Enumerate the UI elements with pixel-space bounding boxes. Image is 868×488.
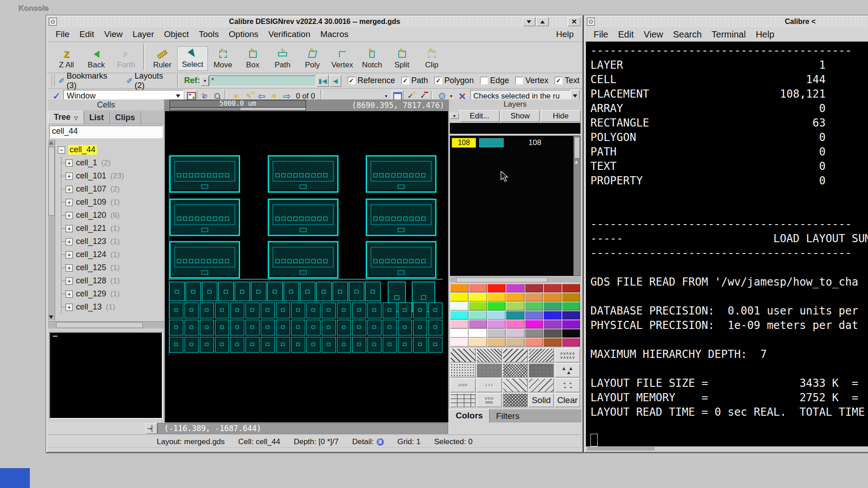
tree-root-row[interactable]: −cell_44 [58, 143, 164, 156]
color-swatch[interactable] [525, 338, 543, 347]
color-swatch[interactable] [469, 284, 487, 292]
color-swatch[interactable] [487, 284, 505, 292]
expand-icon[interactable]: + [66, 186, 73, 193]
prev-match-button[interactable]: ◀ [330, 75, 341, 87]
menu-options[interactable]: Options [224, 28, 263, 40]
color-swatch[interactable] [525, 329, 543, 338]
color-swatch[interactable] [487, 329, 505, 338]
expand-icon[interactable]: + [66, 264, 73, 272]
tree-row[interactable]: +cell_125(1) [61, 261, 164, 274]
split-tool-button[interactable]: ✎Split [387, 47, 417, 71]
select-tool-button[interactable]: Select [177, 47, 208, 71]
cell-tree[interactable]: −cell_44+cell_1(2)+cell_101(23)+cell_107… [48, 140, 164, 320]
terminal-menu-file[interactable]: File [589, 28, 613, 41]
layer-row[interactable]: 108 108 [452, 137, 573, 149]
color-swatch[interactable] [469, 338, 487, 347]
scroll-up-icon[interactable] [575, 160, 578, 164]
move-tool-button[interactable]: ✎Move [208, 47, 238, 71]
color-swatch[interactable] [487, 302, 505, 310]
menu-file[interactable]: File [51, 28, 75, 40]
pattern-swatch-bslash-sparse[interactable] [503, 348, 528, 362]
pattern-swatch-dash-diag[interactable] [503, 378, 528, 392]
menu-layer[interactable]: Layer [127, 28, 159, 40]
pattern-swatch-dots-sparse[interactable] [450, 363, 476, 377]
menu-object[interactable]: Object [159, 28, 194, 40]
scrollbar-thumb[interactable] [456, 277, 547, 282]
color-swatch[interactable] [562, 293, 580, 301]
window-menu-icon[interactable]: O [49, 18, 57, 26]
first-match-button[interactable]: ▮◀ [317, 75, 329, 87]
color-swatch[interactable] [562, 284, 580, 292]
tab-clips[interactable]: Clips [110, 112, 141, 124]
pattern-swatch-triangles[interactable]: ▲ ▲ ▲ [555, 363, 580, 377]
tab-colors[interactable]: Colors [449, 409, 490, 422]
expand-icon[interactable]: + [66, 160, 73, 167]
color-swatch[interactable] [469, 302, 487, 310]
tree-row[interactable]: +cell_121(1) [61, 222, 164, 235]
color-swatch[interactable] [525, 293, 543, 301]
color-swatch[interactable] [543, 293, 561, 301]
notch-tool-button[interactable]: ✎Notch [357, 47, 387, 71]
coordinate-track-icon[interactable]: →▏ [146, 423, 157, 434]
menu-help[interactable]: Help [551, 28, 579, 40]
tab-filters[interactable]: Filters [490, 410, 526, 422]
color-swatch[interactable] [450, 293, 468, 301]
box-tool-button[interactable]: ✎Box [238, 47, 268, 71]
tree-row[interactable]: +cell_109(1) [61, 196, 164, 209]
tree-row[interactable]: +cell_123(1) [61, 235, 164, 248]
expand-icon[interactable]: + [66, 277, 73, 285]
pattern-swatch-dots-dense[interactable] [528, 363, 554, 377]
checkbox-reference[interactable]: ✓Reference [348, 76, 395, 85]
shade-button[interactable] [523, 17, 535, 26]
tree-row[interactable]: +cell_120(6) [61, 209, 164, 222]
hide-button[interactable]: Hide [541, 110, 580, 122]
tree-row[interactable]: +cell_128(1) [61, 274, 164, 287]
menu-macros[interactable]: Macros [315, 28, 353, 40]
pattern-swatch-diag-dense[interactable] [476, 348, 502, 362]
color-swatch[interactable] [450, 311, 468, 319]
menu-verification[interactable]: Verification [264, 28, 316, 40]
ruler-tool-button[interactable]: Ruler [147, 47, 177, 71]
tree-dropdown-icon[interactable]: ▽ [74, 115, 78, 121]
layer-list-scrollbar[interactable] [573, 136, 580, 276]
pattern-swatch-weave[interactable] [503, 393, 528, 407]
pattern-swatch-crosshatch[interactable] [503, 363, 528, 377]
close-button[interactable]: ✕ [568, 17, 580, 26]
layouts-button[interactable]: Layouts (2) [135, 71, 175, 90]
expand-icon[interactable]: + [66, 304, 73, 311]
color-swatch[interactable] [450, 302, 468, 310]
terminal-horizontal-scrollbar[interactable] [586, 446, 868, 451]
scrollbar-thumb[interactable] [48, 147, 55, 216]
color-swatch[interactable] [506, 329, 524, 338]
layers-horizontal-scrollbar[interactable] [450, 277, 580, 282]
color-swatch[interactable] [562, 338, 580, 347]
maximize-button[interactable] [536, 17, 549, 26]
show-button[interactable]: Show [500, 110, 540, 122]
toolbar-drag-handle[interactable] [51, 75, 55, 87]
checkbox-edge[interactable]: Edge [480, 76, 509, 85]
detail-mode-icon[interactable]: A [377, 438, 384, 446]
menu-tools[interactable]: Tools [194, 28, 224, 40]
color-swatch[interactable] [506, 311, 524, 319]
terminal-menu-search[interactable]: Search [668, 28, 707, 41]
color-swatch[interactable] [487, 320, 505, 328]
color-swatch[interactable] [469, 320, 487, 328]
pattern-swatch-bslash-dense[interactable] [528, 348, 554, 362]
color-swatch[interactable] [469, 329, 487, 338]
path-tool-button[interactable]: ✎Path [268, 47, 297, 71]
terminal-menu-view[interactable]: View [639, 28, 668, 41]
window-resize-grip[interactable] [48, 447, 581, 450]
color-swatch[interactable] [562, 320, 580, 328]
color-swatch[interactable] [525, 320, 543, 328]
pattern-swatch-brick[interactable] [450, 393, 476, 407]
tree-row[interactable]: +cell_107(2) [61, 183, 164, 196]
color-swatch[interactable] [506, 284, 524, 292]
terminal-menu-edit[interactable]: Edit [613, 28, 638, 41]
calibre-titlebar[interactable]: O Calibre DESIGNrev v2022.4 30.0016 -- m… [47, 16, 582, 27]
cell-filter-input[interactable]: cell_44 [49, 126, 163, 138]
layer-color-swatch[interactable] [479, 138, 504, 147]
poly-tool-button[interactable]: ✎Poly [297, 47, 327, 71]
bookmarks-button[interactable]: Bookmarks (3) [66, 71, 119, 90]
checkbox-polygon[interactable]: ✓Polygon [434, 76, 474, 85]
color-swatch[interactable] [487, 338, 505, 347]
